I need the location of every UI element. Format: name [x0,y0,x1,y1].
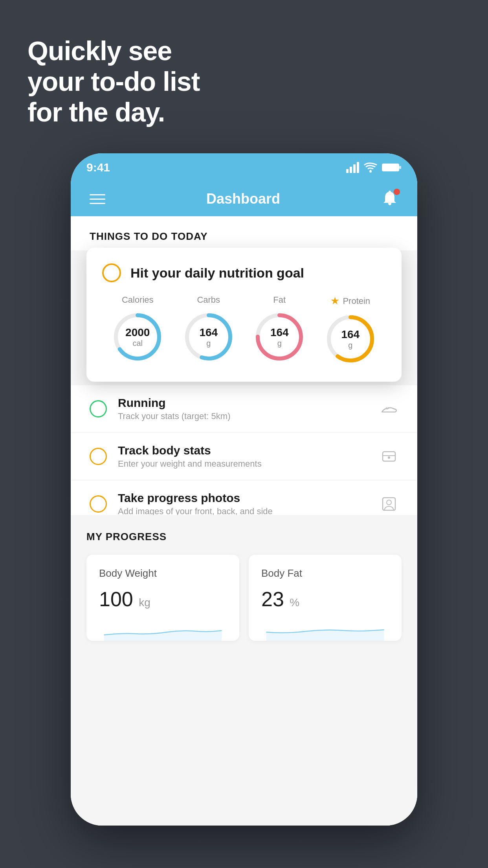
nutrition-stats: Calories 2000 cal Carbs [102,295,386,364]
protein-stat: ★ Protein 164 g [325,295,376,364]
progress-section: MY PROGRESS Body Weight 100 kg [71,515,417,641]
app-content: THINGS TO DO TODAY Hit your daily nutrit… [71,216,417,826]
protein-ring: 164 g [325,313,376,364]
svg-point-3 [389,191,391,193]
body-fat-card[interactable]: Body Fat 23 % [249,555,402,641]
protein-label: ★ Protein [325,295,376,307]
fat-stat: Fat 164 g [254,295,305,362]
nav-bar: Dashboard [71,182,417,216]
nav-title: Dashboard [206,191,280,207]
carbs-value: 164 [199,326,218,339]
svg-point-0 [369,170,372,173]
body-weight-title: Body Weight [99,567,227,579]
todo-subtitle-body-stats: Enter your weight and measurements [118,459,369,469]
todo-title-photos: Take progress photos [118,491,369,505]
todo-subtitle-running: Track your stats (target: 5km) [118,411,369,421]
todo-item-running[interactable]: Running Track your stats (target: 5km) [71,385,417,433]
scale-icon [380,447,398,466]
status-icons [346,162,402,173]
calories-label: Calories [112,295,163,305]
todo-title-body-stats: Track body stats [118,444,369,457]
carbs-label: Carbs [183,295,234,305]
carbs-unit: g [206,339,211,348]
body-fat-value: 23 % [261,587,389,611]
calories-value: 2000 [125,326,150,339]
todo-checkbox-photos[interactable] [90,495,107,513]
svg-point-16 [387,500,391,505]
status-time: 9:41 [86,161,346,174]
todo-checkbox-body-stats[interactable] [90,448,107,465]
carbs-stat: Carbs 164 g [183,295,234,362]
body-weight-value: 100 kg [99,587,227,611]
nutrition-card-header: Hit your daily nutrition goal [102,263,386,282]
signal-icon [346,162,359,173]
phone-mockup: 9:41 [71,153,417,826]
todo-item-body-stats[interactable]: Track body stats Enter your weight and m… [71,433,417,480]
protein-unit: g [348,341,352,350]
progress-cards: Body Weight 100 kg Body Fat [86,555,402,641]
hero-line2: your to-do list [28,66,200,97]
fat-value: 164 [270,326,289,339]
hero-text: Quickly see your to-do list for the day. [28,35,200,128]
notification-icon[interactable] [381,190,398,208]
portrait-icon [380,495,398,513]
todo-title-running: Running [118,396,369,410]
hero-line1: Quickly see [28,35,200,66]
nutrition-card[interactable]: Hit your daily nutrition goal Calories 2… [86,248,402,382]
todo-list: Running Track your stats (target: 5km) T… [71,385,417,528]
things-section-header: THINGS TO DO TODAY [71,216,417,250]
carbs-ring: 164 g [183,311,234,362]
star-icon: ★ [330,295,339,307]
protein-value: 164 [341,328,360,341]
calories-ring: 2000 cal [112,311,163,362]
svg-rect-2 [399,166,401,169]
nutrition-title: Hit your daily nutrition goal [130,265,304,281]
shoe-icon [380,399,398,418]
fat-ring: 164 g [254,311,305,362]
todo-checkbox-running[interactable] [90,400,107,417]
notification-badge [394,189,400,195]
wifi-icon [364,162,377,173]
menu-icon[interactable] [90,194,105,204]
status-bar: 9:41 [71,153,417,182]
body-weight-card[interactable]: Body Weight 100 kg [86,555,239,641]
hero-line3: for the day. [28,97,200,127]
fat-label: Fat [254,295,305,305]
calories-unit: cal [132,339,143,348]
nutrition-checkbox[interactable] [102,263,121,282]
calories-stat: Calories 2000 cal [112,295,163,362]
svg-point-14 [388,456,390,459]
bottom-fade [71,778,417,826]
fat-unit: g [277,339,282,348]
body-weight-chart [99,617,227,641]
body-fat-chart [261,617,389,641]
progress-header: MY PROGRESS [86,531,402,543]
battery-icon [382,162,402,173]
svg-rect-1 [382,164,399,171]
body-fat-title: Body Fat [261,567,389,579]
